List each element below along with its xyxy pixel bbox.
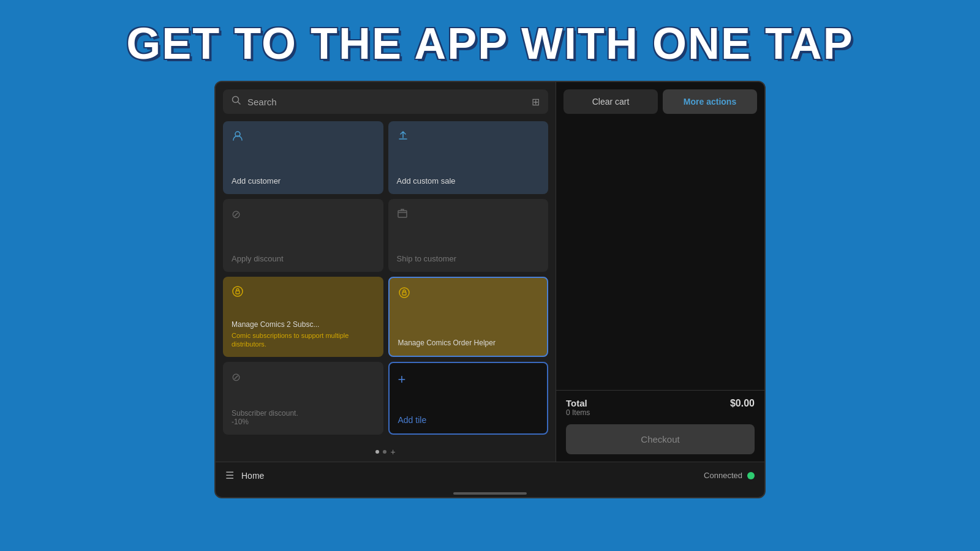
tile-subscriber-discount-extra: -10% <box>232 418 375 426</box>
total-items: 0 Items <box>566 408 590 417</box>
hamburger-icon[interactable]: ☰ <box>225 470 234 481</box>
tile-manage-comics-2-sublabel: Comic subscriptions to support multiple … <box>232 331 375 349</box>
pagination: + <box>216 442 556 462</box>
block-icon-2: ⊘ <box>232 370 375 384</box>
tile-manage-comics-2-content: Manage Comics 2 Subsc... Comic subscript… <box>232 320 375 349</box>
svg-rect-3 <box>398 211 407 217</box>
tile-add-tile[interactable]: + Add tile <box>388 362 549 435</box>
tile-manage-comics-2[interactable]: Manage Comics 2 Subsc... Comic subscript… <box>223 277 383 357</box>
svg-point-4 <box>233 287 243 296</box>
connected-indicator <box>747 472 755 479</box>
tile-subscriber-discount-content: Subscriber discount. -10% <box>232 409 375 426</box>
svg-rect-7 <box>402 292 406 295</box>
tile-manage-comics-2-label: Manage Comics 2 Subsc... <box>232 320 375 329</box>
lock-circle-icon-1 <box>232 285 375 301</box>
pos-ui: Search ⊞ Add customer <box>216 82 764 462</box>
more-actions-button[interactable]: More actions <box>663 89 757 114</box>
tile-subscriber-discount-label: Subscriber discount. <box>232 409 375 418</box>
tile-add-custom-sale-label: Add custom sale <box>397 176 540 186</box>
block-icon-1: ⊘ <box>232 208 375 221</box>
tile-apply-discount-label: Apply discount <box>232 254 375 263</box>
home-indicator <box>453 492 527 495</box>
tile-add-custom-sale[interactable]: Add custom sale <box>388 121 549 194</box>
search-bar[interactable]: Search ⊞ <box>223 89 548 114</box>
svg-rect-5 <box>236 291 239 294</box>
total-row: Total 0 Items $0.00 <box>566 398 755 417</box>
nav-home-label[interactable]: Home <box>241 471 264 481</box>
left-panel: Search ⊞ Add customer <box>216 82 556 462</box>
bottom-nav: ☰ Home Connected <box>216 462 764 489</box>
plus-icon: + <box>398 372 539 388</box>
tile-add-customer-label: Add customer <box>232 176 375 186</box>
page-title: GET TO THE APP WITH ONE TAP <box>0 18 980 69</box>
tile-add-tile-label: Add tile <box>398 415 539 425</box>
checkout-button[interactable]: Checkout <box>566 424 755 454</box>
total-section: Total 0 Items $0.00 Checkout <box>556 390 764 462</box>
pagination-dot-1 <box>375 450 379 454</box>
total-amount: $0.00 <box>730 398 755 409</box>
pagination-dot-2 <box>383 450 386 454</box>
box-icon <box>397 208 540 222</box>
tiles-grid: Add customer Add custom sale ⊘ Apply <box>216 121 556 442</box>
tile-ship-to-customer[interactable]: Ship to customer <box>388 199 549 272</box>
pagination-plus[interactable]: + <box>390 447 395 457</box>
search-bar-left: Search <box>232 96 277 108</box>
person-icon <box>232 130 375 145</box>
tile-manage-comics-order[interactable]: Manage Comics Order Helper <box>388 277 549 357</box>
lock-circle-icon-2 <box>398 287 539 302</box>
tile-ship-to-customer-label: Ship to customer <box>397 254 540 263</box>
search-icon <box>232 96 241 108</box>
nav-left: ☰ Home <box>225 470 264 481</box>
right-actions: Clear cart More actions <box>556 82 764 121</box>
grid-view-icon[interactable]: ⊞ <box>532 96 540 108</box>
tile-manage-comics-order-label: Manage Comics Order Helper <box>398 339 539 347</box>
connected-text: Connected <box>704 471 742 480</box>
clear-cart-button[interactable]: Clear cart <box>564 89 658 114</box>
svg-line-1 <box>238 102 241 105</box>
total-left: Total 0 Items <box>566 398 590 417</box>
tile-apply-discount[interactable]: ⊘ Apply discount <box>223 199 383 272</box>
nav-right: Connected <box>704 471 755 480</box>
device-container: Requires Manage Comics Subscriptions Add… <box>214 81 766 498</box>
svg-point-6 <box>399 288 409 298</box>
total-label: Total <box>566 398 590 408</box>
tile-subscriber-discount[interactable]: ⊘ Subscriber discount. -10% <box>223 362 383 435</box>
search-input-label: Search <box>247 97 277 107</box>
cart-area <box>556 121 764 390</box>
right-panel: Clear cart More actions Total 0 Items $0… <box>556 82 764 462</box>
upload-icon <box>397 130 540 145</box>
page-header: GET TO THE APP WITH ONE TAP <box>0 0 980 81</box>
tile-add-customer[interactable]: Add customer <box>223 121 383 194</box>
